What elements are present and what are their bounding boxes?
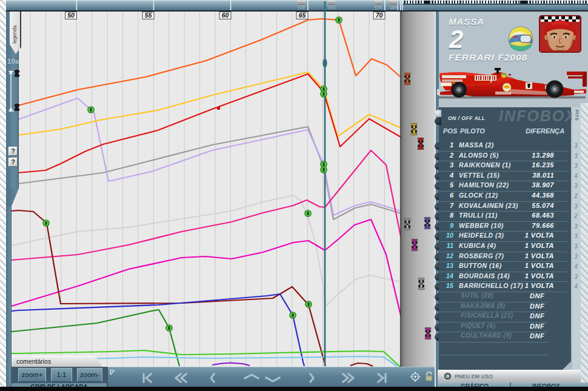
svg-text:50: 50	[67, 12, 75, 19]
svg-text:60: 60	[222, 12, 229, 19]
svg-text:70: 70	[376, 12, 383, 19]
svg-text:65: 65	[299, 12, 306, 19]
svg-text:55: 55	[145, 12, 152, 19]
